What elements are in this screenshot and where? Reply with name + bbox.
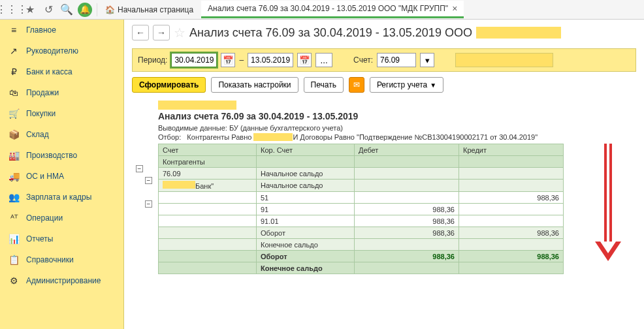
th-cor-account: Кор. Счет (257, 144, 355, 156)
date-from-input[interactable] (171, 53, 217, 67)
show-settings-button[interactable]: Показать настройки (211, 77, 298, 93)
generate-button[interactable]: Сформировать (132, 77, 206, 93)
sidebar: ≡Главное ↗Руководителю ₽Банк и касса 🛍Пр… (0, 20, 124, 329)
top-toolbar: ⋮⋮⋮ ★ ↺ 🔍 🔔 🏠 Начальная страница Анализ … (0, 0, 644, 20)
collapse-toggle[interactable]: − (136, 165, 143, 172)
report-filter: Отбор: Контрагенты Равно И Договоры Равн… (158, 133, 636, 141)
search-icon[interactable]: 🔍 (57, 1, 76, 19)
ruble-icon: ₽ (8, 67, 20, 77)
sidebar-item-sales[interactable]: 🛍Продажи (0, 82, 123, 103)
cart-icon: 🛒 (8, 108, 20, 119)
account-input[interactable] (377, 53, 416, 67)
table-row[interactable]: 91988,36 (159, 204, 564, 215)
sidebar-item-reports[interactable]: 📊Отчеты (0, 228, 123, 249)
meta-label: Выводимые данные: (158, 124, 227, 132)
menu-icon: ≡ (8, 25, 20, 35)
period-select-button[interactable]: ... (315, 53, 332, 67)
meta-value: БУ (данные бухгалтерского учета) (229, 124, 343, 132)
redacted-header (158, 101, 236, 110)
print-button[interactable]: Печать (304, 77, 344, 93)
back-button[interactable]: ← (132, 25, 149, 40)
table-row[interactable]: Конечное сальдо (159, 239, 564, 251)
factory-icon: 🏭 (8, 150, 20, 161)
forward-button[interactable]: → (153, 25, 170, 40)
parameters-panel: Период: 📅 – 📅 ... Счет: ▾ (132, 48, 636, 72)
th-credit: Кредит (459, 144, 564, 156)
home-icon: 🏠 (105, 5, 115, 14)
calendar-from-button[interactable]: 📅 (221, 53, 235, 67)
sidebar-item-main[interactable]: ≡Главное (0, 20, 123, 40)
register-label: Регистр учета (377, 80, 427, 89)
barchart-icon: 📊 (8, 234, 20, 244)
sidebar-item-label: Отчеты (26, 234, 53, 243)
main-area: ← → ☆ Анализ счета 76.09 за 30.04.2019 -… (124, 20, 644, 329)
bag-icon: 🛍 (8, 87, 20, 98)
filter-cond2: И Договоры Равно "Подтверждение №СВ13004… (293, 133, 538, 141)
favorite-icon[interactable]: ★ (21, 1, 39, 19)
sidebar-item-manager[interactable]: ↗Руководителю (0, 40, 123, 61)
people-icon: 👥 (8, 192, 20, 202)
sidebar-item-label: Банк и касса (26, 67, 72, 76)
close-icon[interactable]: × (452, 3, 457, 14)
sidebar-item-label: Склад (26, 130, 49, 139)
sidebar-item-label: Руководителю (26, 46, 78, 55)
clipboard-icon: 📋 (8, 255, 20, 265)
sidebar-item-label: Справочники (26, 255, 74, 264)
date-to-input[interactable] (248, 53, 293, 67)
chart-icon: ↗ (8, 46, 20, 56)
table-summary-row: Конечное сальдо (159, 262, 564, 274)
filter-label: Отбор: (158, 133, 181, 141)
sidebar-item-directories[interactable]: 📋Справочники (0, 249, 123, 270)
sidebar-item-salary[interactable]: 👥Зарплата и кадры (0, 187, 123, 208)
th-account: Счет (159, 144, 257, 156)
table-row[interactable]: 91.01988,36 (159, 215, 564, 227)
sidebar-item-operations[interactable]: ᴬᵀОперации (0, 208, 123, 228)
sidebar-item-bank[interactable]: ₽Банк и касса (0, 61, 123, 82)
redacted-org (476, 27, 561, 39)
table-summary-row: Оборот988,36988,36 (159, 251, 564, 262)
sidebar-item-label: Зарплата и кадры (26, 193, 91, 202)
operations-icon: ᴬᵀ (8, 213, 20, 223)
favorite-star-icon[interactable]: ☆ (174, 25, 185, 40)
sidebar-item-label: Операции (26, 213, 63, 223)
sidebar-item-warehouse[interactable]: 📦Склад (0, 124, 123, 145)
th-debit: Дебет (355, 144, 459, 156)
page-title: Анализ счета 76.09 за 30.04.2019 - 13.05… (189, 26, 472, 40)
report-area: Анализ счета 76.09 за 30.04.2019 - 13.05… (132, 98, 636, 274)
sidebar-item-label: Администрирование (26, 276, 101, 285)
sidebar-item-label: Продажи (26, 88, 59, 97)
box-icon: 📦 (8, 129, 20, 140)
table-row[interactable]: Банк"Начальное сальдо (159, 180, 564, 192)
sidebar-item-assets[interactable]: 🚚ОС и НМА (0, 166, 123, 187)
collapse-toggle[interactable]: − (145, 200, 152, 208)
table-row[interactable]: 76.09Начальное сальдо (159, 168, 564, 180)
sidebar-item-label: Покупки (26, 109, 56, 118)
email-button[interactable]: ✉ (349, 77, 364, 93)
notifications-icon[interactable]: 🔔 (78, 3, 92, 17)
sidebar-item-admin[interactable]: ⚙Администрирование (0, 270, 123, 291)
register-button[interactable]: Регистр учета▼ (370, 77, 443, 93)
calendar-to-button[interactable]: 📅 (297, 53, 312, 67)
history-icon[interactable]: ↺ (39, 1, 57, 19)
table-row[interactable]: Оборот988,36988,36 (159, 227, 564, 239)
sidebar-item-purchases[interactable]: 🛒Покупки (0, 103, 123, 124)
apps-icon[interactable]: ⋮⋮⋮ (3, 1, 21, 19)
report-title: Анализ счета 76.09 за 30.04.2019 - 13.05… (158, 111, 636, 121)
separator (97, 3, 97, 16)
report-meta: Выводимые данные: БУ (данные бухгалтерск… (158, 124, 636, 132)
dash: – (239, 55, 244, 65)
gear-icon: ⚙ (8, 275, 20, 286)
active-tab[interactable]: Анализ счета 76.09 за 30.04.2019 - 13.05… (201, 1, 464, 18)
chevron-down-icon: ▼ (430, 82, 436, 89)
home-label: Начальная страница (118, 5, 193, 14)
account-dropdown-button[interactable]: ▾ (420, 53, 434, 67)
sidebar-item-label: Главное (26, 25, 56, 35)
table-row[interactable]: 51988,36 (159, 192, 564, 204)
collapse-toggle[interactable]: − (145, 177, 152, 184)
truck-icon: 🚚 (8, 171, 20, 181)
redacted-field[interactable] (455, 53, 553, 67)
home-tab[interactable]: 🏠 Начальная страница (100, 5, 199, 14)
sidebar-item-production[interactable]: 🏭Производство (0, 145, 123, 166)
tab-label: Анализ счета 76.09 за 30.04.2019 - 13.05… (208, 4, 448, 13)
filter-cond1: Контрагенты Равно (187, 133, 251, 141)
